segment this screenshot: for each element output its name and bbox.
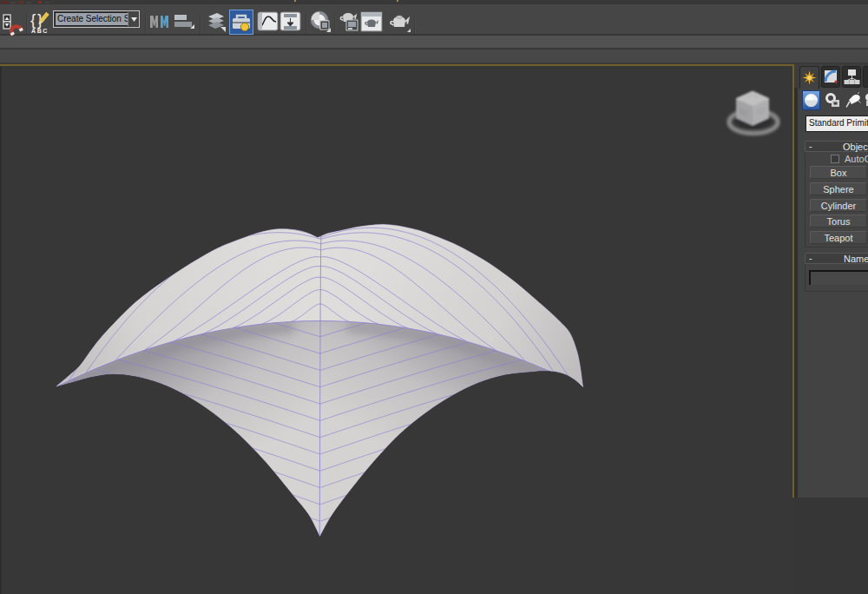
- svg-text:{: {: [30, 10, 36, 29]
- svg-text:ABC: ABC: [31, 28, 49, 34]
